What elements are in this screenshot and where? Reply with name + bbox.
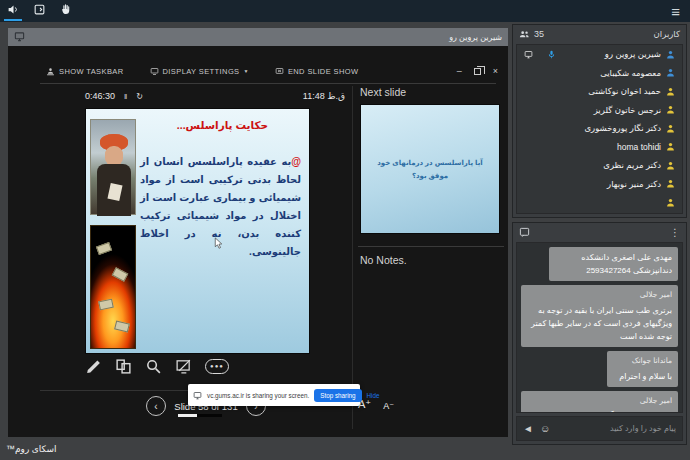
taskbar-icon bbox=[46, 67, 55, 76]
slide-title: حکایت پاراسلس... bbox=[144, 119, 301, 131]
window-controls: – × bbox=[457, 66, 498, 76]
show-taskbar-label: SHOW TASKBAR bbox=[59, 67, 124, 76]
chat-message: مهدی علی اصغری دانشکده دندانپزشکی 259342… bbox=[549, 247, 678, 281]
main-menu-icon[interactable]: ≡ bbox=[671, 4, 680, 19]
screen-share-notification: vc.gums.ac.ir is sharing your screen. St… bbox=[188, 384, 360, 406]
stage-vertical-divider bbox=[352, 86, 353, 429]
user-name: دکتر مریم نظری bbox=[603, 160, 661, 170]
user-name: حمید اخوان نوکاشتی bbox=[588, 86, 661, 96]
user-row[interactable]: شیرین پروین رو bbox=[517, 45, 682, 64]
next-slide-label: Next slide bbox=[360, 86, 406, 98]
chat-panel: ⋮ مهدی علی اصغری دانشکده دندانپزشکی 2593… bbox=[512, 222, 687, 445]
person-icon bbox=[666, 68, 675, 77]
presentation-timer-row: 0:46:30 ‖ ↻ ق.ظ 11:48 bbox=[85, 88, 345, 104]
font-decrease-button[interactable]: A⁻ bbox=[383, 401, 394, 411]
caret-down-icon: ▼ bbox=[244, 68, 249, 74]
user-screenshare-icon bbox=[524, 50, 533, 59]
restore-icon[interactable] bbox=[474, 68, 481, 75]
speaker-button[interactable] bbox=[0, 0, 26, 22]
close-icon[interactable]: × bbox=[493, 66, 498, 76]
hide-notification-link[interactable]: Hide bbox=[367, 392, 380, 399]
burning-money-image bbox=[90, 225, 136, 349]
users-panel-title: کاربران bbox=[654, 29, 680, 39]
users-panel-header: 35 کاربران bbox=[513, 25, 686, 43]
user-row[interactable]: دکتر منیر نوبهار bbox=[517, 175, 682, 194]
notes-font-controls: A⁺ A⁻ bbox=[358, 398, 394, 411]
current-slide: حکایت پاراسلس... @به عقیده پاراسلسس انسا… bbox=[85, 108, 310, 354]
chat-menu-icon[interactable]: ⋮ bbox=[670, 227, 680, 238]
person-icon bbox=[666, 50, 675, 59]
user-status-icons bbox=[524, 50, 556, 59]
chat-message-text: علوم اسلامی کنارگذاشته نشده است. کماکان … bbox=[549, 411, 672, 413]
user-name: نرجس خاتون گلریز bbox=[594, 105, 661, 115]
more-tools-icon[interactable]: ●●● bbox=[205, 359, 229, 374]
slide-progress-bar[interactable] bbox=[178, 414, 222, 417]
chat-message: امیر جلالی علوم اسلامی کنارگذاشته نشده ا… bbox=[521, 391, 678, 413]
notes-text: No Notes. bbox=[360, 254, 407, 266]
clock-time: ق.ظ 11:48 bbox=[303, 91, 345, 101]
restart-timer-icon[interactable]: ↻ bbox=[136, 92, 143, 101]
end-slideshow-icon bbox=[275, 67, 284, 76]
user-mic-icon bbox=[547, 50, 556, 59]
users-icon bbox=[519, 29, 530, 40]
display-settings-icon bbox=[150, 67, 159, 76]
stop-sharing-button[interactable]: Stop sharing bbox=[314, 389, 361, 402]
user-name: معصومه شکیبایی bbox=[600, 68, 661, 78]
share-pod-header: شیرین پروین رو bbox=[8, 28, 508, 46]
zoom-tool-icon[interactable] bbox=[145, 358, 162, 375]
share-pod-title: شیرین پروین رو bbox=[449, 33, 502, 42]
user-row[interactable]: معصومه شکیبایی bbox=[517, 64, 682, 83]
screenshare-icon bbox=[33, 2, 46, 20]
user-name: دکتر نگار پوروخشوری bbox=[584, 123, 661, 133]
user-list: شیرین پروین رو معصومه شکیبایی حمید اخوان… bbox=[516, 44, 683, 214]
presentation-toolbar: SHOW TASKBAR DISPLAY SETTINGS ▼ END SLID… bbox=[46, 60, 498, 82]
speaker-icon bbox=[7, 2, 20, 20]
paracelsus-portrait-image bbox=[90, 119, 136, 215]
user-row[interactable]: دکتر مریم نظری bbox=[517, 156, 682, 175]
minimize-icon[interactable]: – bbox=[457, 66, 462, 76]
display-settings-label: DISPLAY SETTINGS bbox=[163, 67, 240, 76]
user-row[interactable]: حمید اخوان نوکاشتی bbox=[517, 82, 682, 101]
person-icon bbox=[666, 161, 675, 170]
person-icon bbox=[666, 105, 675, 114]
next-slide-preview: آیا پاراسلسس در درمانهای خود موفق بود؟ bbox=[360, 104, 500, 234]
raise-hand-button[interactable] bbox=[52, 0, 78, 22]
chat-message-input[interactable] bbox=[557, 424, 676, 433]
mouse-cursor bbox=[214, 237, 223, 249]
sharing-monitor-icon bbox=[193, 391, 202, 400]
chat-icon bbox=[519, 227, 530, 238]
platform-brand: اسکای روم™ bbox=[6, 444, 57, 454]
user-row[interactable]: نرجس خاتون گلریز bbox=[517, 101, 682, 120]
send-message-icon[interactable]: ◄ bbox=[523, 424, 533, 434]
show-taskbar-button[interactable]: SHOW TASKBAR bbox=[46, 67, 124, 76]
users-panel: 35 کاربران شیرین پروین رو معصومه شکیبایی… bbox=[512, 24, 687, 218]
end-slide-show-label: END SLIDE SHOW bbox=[288, 67, 359, 76]
previous-slide-button[interactable]: ‹ bbox=[146, 396, 166, 416]
screenshare-button[interactable] bbox=[26, 0, 52, 22]
display-annotate-icon[interactable] bbox=[175, 358, 192, 375]
chat-input-row: ◄ ☺ bbox=[516, 416, 683, 441]
user-name: homa tohidi bbox=[617, 142, 661, 152]
next-slide-text: آیا پاراسلسس در درمانهای خود موفق بود؟ bbox=[371, 156, 489, 183]
user-name: دکتر منیر نوبهار bbox=[607, 179, 661, 189]
pause-timer-icon[interactable]: ‖ bbox=[124, 92, 127, 101]
user-row[interactable] bbox=[517, 193, 682, 212]
slide-bullet: @ bbox=[291, 156, 301, 167]
user-row[interactable]: homa tohidi bbox=[517, 138, 682, 157]
chat-sender: امیر جلالی bbox=[527, 289, 672, 301]
chat-panel-header: ⋮ bbox=[513, 223, 686, 241]
end-slide-show-button[interactable]: END SLIDE SHOW bbox=[275, 67, 359, 76]
display-settings-button[interactable]: DISPLAY SETTINGS ▼ bbox=[150, 67, 249, 76]
person-icon bbox=[666, 198, 675, 207]
sharing-notification-text: vc.gums.ac.ir is sharing your screen. bbox=[207, 392, 309, 399]
person-icon bbox=[666, 142, 675, 151]
emoji-icon[interactable]: ☺ bbox=[540, 424, 550, 434]
chat-message-text: با سلام و احترام bbox=[619, 372, 672, 381]
user-name: شیرین پروین رو bbox=[605, 49, 661, 59]
user-row[interactable]: دکتر نگار پوروخشوری bbox=[517, 119, 682, 138]
chat-messages[interactable]: مهدی علی اصغری دانشکده دندانپزشکی 259342… bbox=[516, 242, 683, 413]
pen-tool-icon[interactable] bbox=[85, 358, 102, 375]
users-count: 35 bbox=[534, 29, 544, 39]
slide-sorter-icon[interactable] bbox=[115, 358, 132, 375]
pod-monitor-icon bbox=[14, 28, 25, 46]
